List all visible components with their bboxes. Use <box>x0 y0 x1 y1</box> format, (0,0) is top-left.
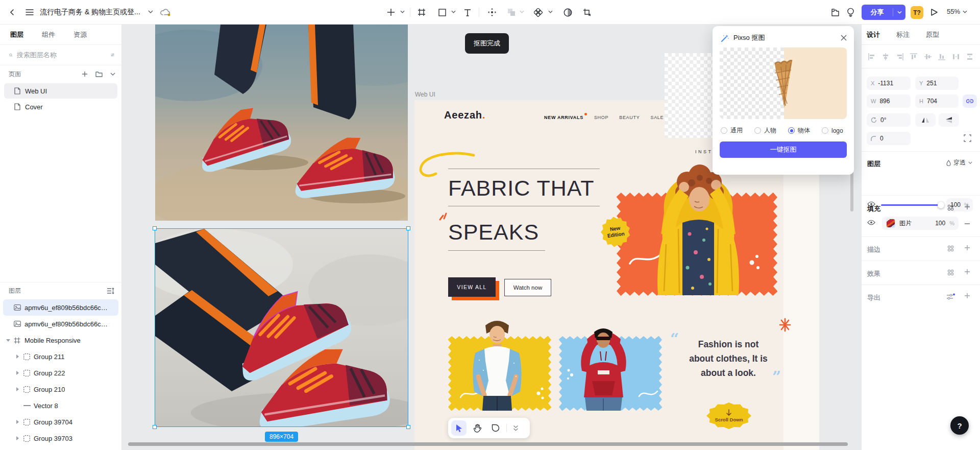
mask-tool-button[interactable] <box>560 5 575 19</box>
layer-row-vector[interactable]: Vector 8 <box>3 397 118 414</box>
tab-annotate[interactable]: 标注 <box>896 30 910 39</box>
scroll-down-badge[interactable]: Scroll Down <box>706 402 751 429</box>
add-export-icon[interactable] <box>964 293 970 299</box>
component-tool-dropdown[interactable] <box>548 10 553 13</box>
flip-vertical-button[interactable] <box>939 113 959 127</box>
fill-visibility-eye-icon[interactable] <box>867 220 875 225</box>
insert-tool-dropdown[interactable] <box>400 10 405 13</box>
effects-style-library-icon[interactable] <box>947 269 954 276</box>
boolean-tool-button[interactable] <box>504 5 519 19</box>
search-input[interactable] <box>17 51 107 59</box>
add-stroke-icon[interactable] <box>964 245 970 251</box>
distribute-horizontal-icon[interactable] <box>952 53 960 61</box>
independent-corners-button[interactable] <box>964 134 971 142</box>
height-field[interactable]: H704 <box>915 94 959 108</box>
blend-mode-dropdown[interactable]: 穿透 <box>946 158 972 167</box>
document-title[interactable]: 流行电子商务 & 购物主页或登... <box>40 8 140 17</box>
folder-icon[interactable] <box>95 71 103 77</box>
fill-row[interactable]: 图片 100 % <box>882 217 959 230</box>
align-top-icon[interactable] <box>910 53 918 61</box>
share-dropdown[interactable] <box>893 11 905 14</box>
add-page-icon[interactable] <box>82 71 88 77</box>
tab-design[interactable]: 设计 <box>867 30 880 39</box>
frame-tool-button[interactable] <box>414 5 429 19</box>
one-click-cutout-button[interactable]: 一键抠图 <box>720 141 847 158</box>
view-all-button[interactable]: VIEW ALL <box>448 277 496 297</box>
distribute-vertical-icon[interactable] <box>966 53 974 61</box>
corner-radius-field[interactable]: 0 <box>867 132 911 145</box>
add-effect-icon[interactable] <box>964 269 970 275</box>
nav-new-arrivals[interactable]: NEW ARRIVALS <box>544 115 583 120</box>
component-tool-button[interactable] <box>531 5 545 19</box>
page-item-web-ui[interactable]: Web UI <box>4 83 117 99</box>
shape-tool-button[interactable] <box>435 5 449 19</box>
canvas-image-sneakers-bottom[interactable] <box>155 229 408 427</box>
layer-row-image-2[interactable]: apmv6u_ef809b56bdc66c743... <box>3 316 118 332</box>
flip-horizontal-button[interactable] <box>915 113 936 127</box>
comment-tool-button[interactable] <box>488 420 503 436</box>
layer-row-frame[interactable]: Mobile Responsive <box>3 332 118 348</box>
align-h-center-icon[interactable] <box>881 53 890 61</box>
boolean-tool-dropdown[interactable] <box>520 10 524 13</box>
share-button[interactable]: 分享 <box>862 5 905 20</box>
crop-tool-button[interactable] <box>580 5 594 19</box>
text-tool-button[interactable] <box>460 5 475 19</box>
back-button[interactable] <box>5 5 19 19</box>
cloud-sync-icon[interactable] <box>158 5 173 19</box>
watch-now-button[interactable]: Watch now <box>504 279 551 296</box>
hand-tool-button[interactable] <box>470 420 485 436</box>
main-menu-button[interactable] <box>22 5 37 19</box>
layer-row-group[interactable]: Group 210 <box>3 381 118 397</box>
tab-layers[interactable]: 图层 <box>10 30 23 39</box>
layer-row-image-1[interactable]: apmv6u_ef809b56bdc66c743... <box>3 299 118 316</box>
layer-sort-icon[interactable] <box>107 288 114 294</box>
insert-tool-button[interactable] <box>384 5 398 19</box>
horizontal-scrollbar[interactable] <box>128 442 848 446</box>
collapse-toolbar-button[interactable] <box>510 420 521 436</box>
caret-right-icon[interactable] <box>15 436 19 440</box>
zoom-control[interactable]: 55% <box>947 8 967 15</box>
slider-knob[interactable] <box>938 202 944 208</box>
fill-style-library-icon[interactable] <box>947 204 954 211</box>
caret-right-icon[interactable] <box>15 371 19 375</box>
tab-resources[interactable]: 资源 <box>74 30 87 39</box>
layer-row-group[interactable]: Group 39703 <box>3 430 118 446</box>
close-icon[interactable] <box>841 35 847 41</box>
align-left-icon[interactable] <box>868 53 876 61</box>
align-v-center-icon[interactable] <box>924 53 932 61</box>
whats-new-button[interactable] <box>843 5 857 19</box>
caret-right-icon[interactable] <box>15 387 19 391</box>
y-position-field[interactable]: Y251 <box>915 77 959 90</box>
layer-row-group[interactable]: Group 211 <box>3 348 118 365</box>
transparent-image-on-canvas[interactable] <box>665 53 714 138</box>
layer-row-group[interactable]: Group 39704 <box>3 414 118 430</box>
help-button[interactable]: ? <box>950 416 969 435</box>
align-right-icon[interactable] <box>896 53 904 61</box>
nav-beauty[interactable]: BEAUTY <box>619 115 640 120</box>
x-position-field[interactable]: X-1131 <box>867 77 911 90</box>
avatar[interactable]: T? <box>911 6 923 19</box>
title-dropdown[interactable] <box>148 10 153 13</box>
radio-logo[interactable]: logo <box>822 126 843 135</box>
nav-sale[interactable]: SALE <box>650 115 664 120</box>
canvas-image-sneakers-top[interactable] <box>155 25 408 221</box>
tab-components[interactable]: 组件 <box>42 30 55 39</box>
nav-shop[interactable]: SHOP <box>594 115 608 120</box>
move-tool-button[interactable] <box>485 5 499 19</box>
opacity-slider[interactable] <box>881 204 941 206</box>
fill-image-thumbnail[interactable] <box>886 219 895 228</box>
select-tool-button[interactable] <box>451 420 467 436</box>
layer-row-group[interactable]: Group 222 <box>3 365 118 381</box>
page-item-cover[interactable]: Cover <box>4 99 117 114</box>
radio-general[interactable]: 通用 <box>721 126 743 135</box>
add-fill-icon[interactable] <box>964 204 970 210</box>
tab-prototype[interactable]: 原型 <box>926 30 939 39</box>
radio-person[interactable]: 人物 <box>754 126 776 135</box>
caret-right-icon[interactable] <box>15 420 19 424</box>
remove-fill-icon[interactable] <box>964 223 970 225</box>
width-field[interactable]: W896 <box>867 94 911 108</box>
caret-down-icon[interactable] <box>6 339 10 342</box>
shape-tool-dropdown[interactable] <box>451 10 456 13</box>
present-button[interactable] <box>927 5 941 19</box>
collapse-pages-icon[interactable] <box>110 73 115 76</box>
